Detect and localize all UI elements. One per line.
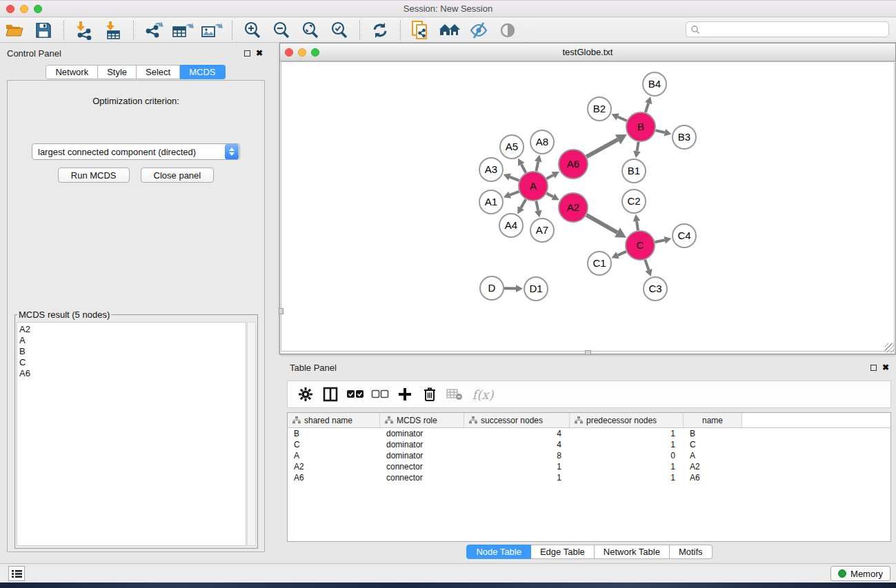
- zoom-out-icon[interactable]: [270, 20, 293, 41]
- chevron-up-down-icon: [225, 144, 239, 159]
- delete-column-icon[interactable]: [419, 384, 440, 405]
- float-panel-icon[interactable]: [870, 365, 877, 371]
- graph-edge-arrowhead: [645, 97, 652, 104]
- graph-node-label: B: [637, 121, 644, 132]
- graph-edge-A-A2[interactable]: [546, 193, 552, 196]
- graph-edge-A6-B[interactable]: [586, 139, 617, 156]
- search-input[interactable]: [700, 23, 888, 36]
- frame-resize-grip[interactable]: [885, 343, 895, 353]
- import-network-icon[interactable]: [72, 20, 96, 41]
- list-item[interactable]: A: [19, 335, 246, 346]
- search-field[interactable]: [686, 21, 889, 37]
- result-scrollbar[interactable]: [247, 322, 256, 546]
- list-item[interactable]: C: [19, 357, 246, 368]
- table-row[interactable]: B dominator 4 1 B: [288, 428, 890, 439]
- graph-node-label: A8: [536, 136, 548, 148]
- column-header-shared-name[interactable]: shared name: [288, 413, 380, 427]
- tab-style[interactable]: Style: [98, 65, 137, 79]
- toolbar-separator: [359, 21, 360, 40]
- graph-edge-A-A4[interactable]: [521, 199, 526, 208]
- open-session-icon[interactable]: [3, 20, 26, 41]
- table-row[interactable]: A dominator 8 0 A: [288, 450, 890, 461]
- add-column-icon[interactable]: [395, 384, 415, 405]
- export-table-icon[interactable]: [171, 20, 195, 41]
- hierarchy-icon: [385, 416, 393, 424]
- memory-button[interactable]: Memory: [830, 566, 890, 581]
- graph-edge-C-C1[interactable]: [618, 252, 626, 255]
- column-settings-icon[interactable]: [320, 384, 341, 405]
- import-table-icon[interactable]: [101, 20, 125, 41]
- memory-label: Memory: [850, 569, 883, 579]
- graph-edge-B-B3[interactable]: [655, 130, 664, 132]
- close-panel-icon[interactable]: ✖: [882, 365, 889, 371]
- refresh-layout-icon[interactable]: [368, 20, 392, 41]
- graph-edge-B-B2[interactable]: [618, 117, 627, 121]
- search-icon: [690, 25, 700, 34]
- tab-edge-table[interactable]: Edge Table: [531, 545, 595, 559]
- table-row[interactable]: A2 connector 1 1 A2: [288, 461, 890, 472]
- optimization-criterion-select[interactable]: largest connected component (directed): [32, 143, 240, 160]
- graph-node-label: C: [637, 239, 644, 251]
- graph-edge-C-C4[interactable]: [655, 240, 664, 242]
- gear-icon[interactable]: [295, 384, 316, 405]
- run-mcds-button[interactable]: Run MCDS: [58, 168, 130, 183]
- optimization-criterion-value: largest connected component (directed): [32, 147, 225, 157]
- frame-resize-handle-left[interactable]: [279, 308, 283, 314]
- graph-edge-B-B4[interactable]: [646, 103, 648, 112]
- tab-node-table[interactable]: Node Table: [466, 545, 531, 559]
- network-canvas[interactable]: AA6A2BCA5A8A3A1A4A7B2B4B3B1C2C4C1C3DD1: [281, 61, 895, 352]
- select-all-icon[interactable]: [345, 384, 366, 405]
- graph-edge-arrowhead: [633, 214, 641, 222]
- delete-table-icon: [444, 384, 465, 405]
- zoom-in-icon[interactable]: [241, 20, 264, 41]
- task-history-button[interactable]: [8, 566, 25, 581]
- column-header-predecessor-nodes[interactable]: predecessor nodes: [570, 413, 684, 427]
- tab-motifs[interactable]: Motifs: [670, 545, 713, 559]
- first-neighbors-icon[interactable]: [438, 20, 461, 41]
- deselect-all-icon[interactable]: [370, 384, 390, 405]
- graph-edge-A2-C[interactable]: [586, 215, 617, 232]
- graph-edge-C-C2[interactable]: [637, 221, 638, 230]
- graph-edge-B-B1[interactable]: [637, 142, 638, 152]
- table-row[interactable]: C dominator 4 1 C: [288, 439, 890, 450]
- tab-network-table[interactable]: Network Table: [595, 545, 670, 559]
- copy-network-icon[interactable]: [409, 20, 432, 41]
- zoom-fit-icon[interactable]: [299, 20, 322, 41]
- graph-edge-A-A3[interactable]: [510, 177, 519, 181]
- toolbar-separator: [133, 21, 134, 40]
- zoom-selected-icon[interactable]: [328, 20, 351, 41]
- column-header-mcds-role[interactable]: MCDS role: [380, 413, 464, 427]
- control-panel: Control Panel ✖ Network Style Select MCD…: [1, 44, 270, 562]
- hide-selected-icon[interactable]: [467, 20, 490, 41]
- graph-edge-arrowhead: [535, 210, 542, 218]
- tab-select[interactable]: Select: [137, 65, 180, 79]
- graph-node-label: A5: [506, 141, 518, 152]
- close-panel-button[interactable]: Close panel: [141, 168, 215, 183]
- tab-mcds[interactable]: MCDS: [180, 65, 225, 79]
- column-header-name[interactable]: name: [684, 413, 742, 427]
- network-window-titlebar[interactable]: testGlobe.txt: [280, 43, 895, 61]
- show-all-icon[interactable]: [496, 20, 519, 41]
- graph-edge-A-A5[interactable]: [521, 164, 526, 172]
- list-item[interactable]: A2: [19, 324, 246, 335]
- graph-node-label: A7: [536, 224, 548, 236]
- graph-edge-A-A8[interactable]: [536, 161, 538, 171]
- column-header-successor-nodes[interactable]: successor nodes: [464, 413, 570, 427]
- node-table: shared name MCDS role successor nodes pr…: [287, 412, 891, 542]
- float-panel-icon[interactable]: [244, 50, 250, 57]
- graph-edge-A-A6[interactable]: [546, 175, 553, 179]
- graph-edge-C-C3[interactable]: [645, 260, 648, 270]
- graph-edge-A-A1[interactable]: [510, 192, 519, 195]
- list-item[interactable]: A6: [19, 368, 246, 379]
- tab-network[interactable]: Network: [46, 65, 98, 79]
- frame-resize-handle-bottom[interactable]: [585, 350, 591, 355]
- export-image-icon[interactable]: [200, 20, 223, 41]
- window-title: Session: New Session: [0, 3, 896, 14]
- save-session-icon[interactable]: [32, 20, 55, 41]
- close-panel-icon[interactable]: ✖: [256, 50, 263, 57]
- list-item[interactable]: B: [19, 346, 246, 357]
- graph-edge-A-A7[interactable]: [536, 201, 538, 211]
- export-network-icon[interactable]: [142, 20, 166, 41]
- table-row[interactable]: A6 connector 1 1 A6: [288, 472, 890, 483]
- graph-node-label: C1: [593, 257, 606, 269]
